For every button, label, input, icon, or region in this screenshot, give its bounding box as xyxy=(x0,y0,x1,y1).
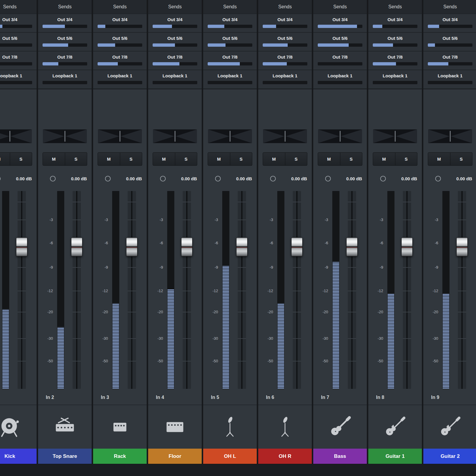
send-level-bar[interactable] xyxy=(318,62,362,65)
mute-button[interactable]: M xyxy=(428,152,450,166)
send-slot[interactable]: Out 5/6 xyxy=(368,33,422,51)
send-level-bar[interactable] xyxy=(153,62,197,65)
send-level-bar[interactable] xyxy=(208,25,252,28)
solo-button[interactable]: S xyxy=(65,152,87,166)
send-level-bar[interactable] xyxy=(318,81,362,84)
send-level-bar[interactable] xyxy=(153,25,197,28)
gain-knob[interactable] xyxy=(380,176,386,181)
channel-name[interactable]: Rack xyxy=(93,449,147,464)
send-slot[interactable]: Out 3/4 xyxy=(203,14,257,33)
send-level-bar[interactable] xyxy=(373,62,417,65)
volume-value[interactable]: 0.00 dB xyxy=(16,176,32,181)
channel-name[interactable]: OH R xyxy=(258,449,312,464)
send-slot[interactable]: Out 7/8 xyxy=(148,51,202,70)
send-level-bar[interactable] xyxy=(98,81,142,84)
solo-button[interactable]: S xyxy=(120,152,143,166)
volume-value[interactable]: 0.00 dB xyxy=(401,176,417,181)
send-level-bar[interactable] xyxy=(373,43,417,47)
pan-control[interactable] xyxy=(318,129,362,143)
channel-name[interactable]: Floor xyxy=(148,449,202,464)
fader-handle[interactable] xyxy=(16,237,27,256)
send-slot[interactable]: Loopback 1 xyxy=(93,70,147,89)
solo-button[interactable]: S xyxy=(285,152,308,166)
fader-handle[interactable] xyxy=(291,237,303,256)
pan-control[interactable] xyxy=(428,129,472,143)
volume-value[interactable]: 0.00 dB xyxy=(346,176,362,181)
pan-control[interactable] xyxy=(98,129,142,143)
send-level-bar[interactable] xyxy=(373,81,417,84)
volume-value[interactable]: 0.00 dB xyxy=(126,176,142,181)
send-slot[interactable]: Loopback 1 xyxy=(423,70,476,89)
send-level-bar[interactable] xyxy=(0,43,32,47)
input-routing[interactable]: In 4 xyxy=(148,390,202,405)
send-slot[interactable]: Out 5/6 xyxy=(148,33,202,51)
pan-control[interactable] xyxy=(373,129,417,143)
input-routing[interactable]: In 5 xyxy=(203,390,257,405)
mute-button[interactable]: M xyxy=(208,152,230,166)
fader-handle[interactable] xyxy=(126,237,137,256)
mute-button[interactable]: M xyxy=(263,152,285,166)
send-slot[interactable]: Loopback 1 xyxy=(258,70,312,89)
send-level-bar[interactable] xyxy=(428,25,472,28)
send-slot[interactable]: Out 7/8 xyxy=(203,51,257,70)
send-slot[interactable]: Out 5/6 xyxy=(258,33,312,51)
send-level-bar[interactable] xyxy=(153,43,197,47)
send-level-bar[interactable] xyxy=(43,43,87,47)
mute-button[interactable]: M xyxy=(318,152,340,166)
send-slot[interactable]: Out 7/8 xyxy=(38,51,92,70)
send-slot[interactable]: Loopback 1 xyxy=(203,70,257,89)
send-slot[interactable]: Loopback 1 xyxy=(313,70,367,89)
send-level-bar[interactable] xyxy=(98,25,142,28)
fader-track[interactable] xyxy=(400,191,414,389)
send-slot[interactable]: Out 3/4 xyxy=(38,14,92,33)
input-routing[interactable]: In 8 xyxy=(368,390,422,405)
send-level-bar[interactable] xyxy=(373,25,417,28)
fader-handle[interactable] xyxy=(71,237,82,256)
send-slot[interactable]: Out 3/4 xyxy=(0,14,37,33)
send-slot[interactable]: Out 5/6 xyxy=(0,33,37,51)
send-level-bar[interactable] xyxy=(208,43,252,47)
send-level-bar[interactable] xyxy=(0,62,32,65)
channel-name[interactable]: Guitar 1 xyxy=(368,449,422,464)
volume-value[interactable]: 0.00 dB xyxy=(236,176,252,181)
input-routing[interactable]: In 3 xyxy=(93,390,147,405)
fader-track[interactable] xyxy=(235,191,248,389)
gain-knob[interactable] xyxy=(160,176,166,181)
send-slot[interactable]: Out 3/4 xyxy=(258,14,312,33)
channel-name[interactable]: Guitar 2 xyxy=(423,449,476,464)
send-slot[interactable]: Out 3/4 xyxy=(423,14,476,33)
send-slot[interactable]: Out 3/4 xyxy=(368,14,422,33)
mute-button[interactable]: M xyxy=(373,152,395,166)
solo-button[interactable]: S xyxy=(230,152,253,166)
send-slot[interactable]: Loopback 1 xyxy=(368,70,422,89)
send-level-bar[interactable] xyxy=(318,25,362,28)
gain-knob[interactable] xyxy=(0,176,1,181)
input-routing[interactable]: In 9 xyxy=(423,390,476,405)
solo-button[interactable]: S xyxy=(450,152,473,166)
fader-track[interactable] xyxy=(15,191,28,389)
fader-track[interactable] xyxy=(180,191,193,389)
send-level-bar[interactable] xyxy=(263,43,307,47)
send-level-bar[interactable] xyxy=(263,25,307,28)
send-slot[interactable]: Out 5/6 xyxy=(423,33,476,51)
send-level-bar[interactable] xyxy=(318,43,362,47)
send-slot[interactable]: Out 7/8 xyxy=(313,51,367,70)
pan-control[interactable] xyxy=(263,129,307,143)
send-level-bar[interactable] xyxy=(153,81,197,84)
mute-button[interactable]: M xyxy=(98,152,120,166)
send-level-bar[interactable] xyxy=(208,81,252,84)
gain-knob[interactable] xyxy=(215,176,221,181)
send-slot[interactable]: Out 7/8 xyxy=(93,51,147,70)
pan-control[interactable] xyxy=(0,129,32,143)
input-routing[interactable]: In 6 xyxy=(258,390,312,405)
fader-handle[interactable] xyxy=(181,237,192,256)
send-level-bar[interactable] xyxy=(0,81,32,84)
send-level-bar[interactable] xyxy=(98,43,142,47)
channel-name[interactable]: Bass xyxy=(313,449,367,464)
send-slot[interactable]: Out 7/8 xyxy=(423,51,476,70)
mute-button[interactable]: M xyxy=(43,152,65,166)
gain-knob[interactable] xyxy=(325,176,331,181)
send-slot[interactable]: Out 5/6 xyxy=(313,33,367,51)
send-slot[interactable]: Out 5/6 xyxy=(38,33,92,51)
send-level-bar[interactable] xyxy=(428,62,472,65)
